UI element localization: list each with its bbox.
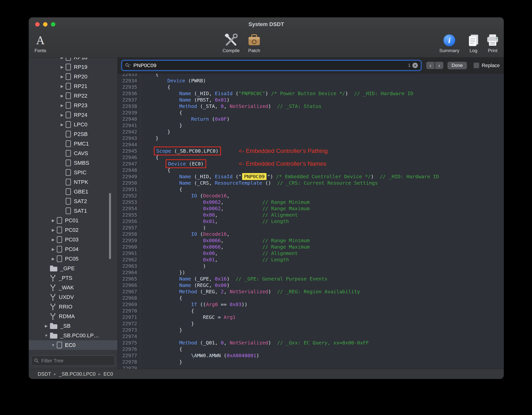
code-editor[interactable]: 22933 {22934 Device (PWRB)22935 {22936 N…	[118, 74, 504, 369]
replace-checkbox[interactable]	[473, 62, 479, 68]
sidebar-item-uxdv[interactable]: UXDV	[29, 292, 117, 302]
sidebar-item-cavs[interactable]: CAVS	[29, 148, 117, 158]
fonts-button[interactable]: A Fonts	[29, 33, 54, 53]
code-segment	[144, 340, 179, 346]
sidebar-item-label: SAT1	[74, 208, 87, 214]
sidebar-item-lpc0[interactable]: ▶LPC0	[29, 120, 117, 129]
chevron-right-icon[interactable]: ▶	[58, 103, 66, 108]
sidebar-item-pmc1[interactable]: PMC1	[29, 139, 117, 148]
code-segment: ((	[197, 301, 206, 307]
sidebar-item-ec0[interactable]: ▼EC0	[29, 340, 117, 350]
sidebar-item-pc01[interactable]: ▶PC01	[29, 216, 117, 225]
chevron-right-icon[interactable]: ▶	[58, 113, 66, 117]
traffic-lights	[35, 22, 55, 27]
chevron-right-icon[interactable]: ▶	[49, 218, 57, 223]
code-segment: ,	[224, 103, 230, 109]
sidebar-item-rp22[interactable]: ▶RP22	[29, 91, 117, 101]
next-match-button[interactable]: ›	[435, 62, 443, 69]
sidebar-item-spic[interactable]: SPIC	[29, 168, 117, 177]
chevron-right-icon[interactable]: ▶	[58, 122, 66, 127]
previous-match-button[interactable]: ‹	[426, 62, 435, 69]
code-segment: (	[233, 90, 238, 96]
code-segment: IO	[191, 231, 197, 237]
line-number: 22964	[118, 269, 140, 276]
sidebar-item-pc04[interactable]: ▶PC04	[29, 244, 117, 254]
code-segment: ,	[224, 340, 230, 346]
chevron-right-icon[interactable]: ▶	[49, 257, 57, 261]
sidebar-item-_gpe[interactable]: _GPE	[29, 264, 117, 273]
code-segment: (_SB.PC00.LPC0)	[171, 148, 219, 154]
chevron-right-icon[interactable]: ▶	[49, 237, 57, 242]
code-segment: ==	[218, 301, 230, 307]
chevron-down-icon[interactable]: ▼	[43, 333, 50, 338]
sidebar-item-sat2[interactable]: SAT2	[29, 196, 117, 206]
sidebar-item-ntpk[interactable]: NTPK	[29, 177, 117, 187]
sidebar-item-gbe1[interactable]: GBE1	[29, 187, 117, 196]
line-number: 22974	[118, 333, 140, 340]
code-segment: // _REG: Region Availability	[277, 289, 360, 295]
line-number: 22952	[118, 193, 140, 199]
code-text: \AMW0.AMWN (0xA0040001)	[140, 352, 259, 359]
chevron-right-icon[interactable]: ▶	[58, 65, 66, 69]
sidebar-item-label: PC02	[65, 227, 78, 233]
zoom-button[interactable]	[51, 22, 55, 27]
code-line: 22968 {	[118, 295, 504, 301]
sidebar-item-_wak[interactable]: _WAK	[29, 283, 117, 292]
patch-label: Patch	[248, 48, 260, 53]
sidebar-item-rp23[interactable]: ▶RP23	[29, 101, 117, 110]
sidebar-item-label: _GPE	[60, 265, 75, 272]
print-button[interactable]: Print	[482, 33, 504, 53]
code-line: 22978 }	[118, 359, 504, 365]
sidebar-item-sat1[interactable]: SAT1	[29, 206, 117, 216]
clear-search-button[interactable]: ✕	[412, 63, 418, 68]
sidebar-item-rp21[interactable]: ▶RP21	[29, 81, 117, 91]
search-field[interactable]: 1 ✕	[122, 60, 421, 71]
line-number: 22977	[118, 352, 140, 359]
line-number: 22950	[118, 180, 140, 186]
code-segment: (_HID,	[191, 174, 215, 179]
sidebar-item-rp18[interactable]: ▶RP18	[29, 58, 117, 62]
sidebar-item-label: CAVS	[74, 150, 88, 157]
chevron-right-icon[interactable]: ▶	[49, 228, 57, 232]
patch-button[interactable]: Patch	[239, 33, 269, 53]
chevron-right-icon[interactable]: ▶	[58, 58, 66, 60]
sidebar-item-pc02[interactable]: ▶PC02	[29, 225, 117, 235]
code-line: 22975 Method (_Q01, 0, NotSerialized) //…	[118, 340, 504, 346]
filter-tree-input[interactable]	[41, 358, 112, 364]
patch-icon	[248, 33, 261, 48]
code-line: 22934 Device (PWRB)	[118, 77, 504, 84]
code-text: }	[140, 320, 194, 327]
sidebar-item-_sb-pc00-lp[interactable]: ▼_SB.PC00.LP…	[29, 331, 117, 340]
sidebar-item-_pts[interactable]: _PTS	[29, 273, 117, 283]
line-number: 22941	[118, 122, 140, 129]
code-segment: )	[227, 282, 230, 288]
sidebar-item-p2sb[interactable]: P2SB	[29, 129, 117, 139]
code-segment: Decode16	[203, 231, 227, 237]
code-segment: 0	[221, 103, 224, 109]
sidebar-scrollbar[interactable]	[109, 193, 111, 259]
sidebar-item-rrio[interactable]: RRIO	[29, 302, 117, 311]
fork-icon	[50, 294, 56, 301]
sidebar-item-_sb[interactable]: ▶_SB	[29, 321, 117, 331]
chevron-right-icon[interactable]: ▶	[49, 247, 57, 252]
minimize-button[interactable]	[43, 22, 47, 27]
chevron-right-icon[interactable]: ▶	[58, 94, 66, 98]
close-button[interactable]	[35, 22, 40, 27]
sidebar-item-label: NTPK	[74, 179, 88, 185]
code-segment: )	[371, 174, 380, 179]
sidebar-item-rp20[interactable]: ▶RP20	[29, 72, 117, 81]
sidebar-item-rp24[interactable]: ▶RP24	[29, 110, 117, 120]
sidebar-item-smbs[interactable]: SMBS	[29, 158, 117, 168]
line-number: 22972	[118, 320, 140, 327]
sidebar-item-pc03[interactable]: ▶PC03	[29, 235, 117, 244]
done-button[interactable]: Done	[447, 62, 467, 69]
sidebar-item-pc05[interactable]: ▶PC05	[29, 254, 117, 264]
sidebar-item-rdma[interactable]: RDMA	[29, 311, 117, 321]
chevron-down-icon[interactable]: ▼	[49, 343, 57, 347]
search-input[interactable]	[133, 62, 406, 69]
chevron-right-icon[interactable]: ▶	[58, 74, 66, 79]
search-menu-icon[interactable]	[125, 63, 131, 68]
sidebar-item-rp19[interactable]: ▶RP19	[29, 62, 117, 72]
chevron-right-icon[interactable]: ▶	[58, 84, 66, 89]
chevron-right-icon[interactable]: ▶	[43, 324, 50, 328]
